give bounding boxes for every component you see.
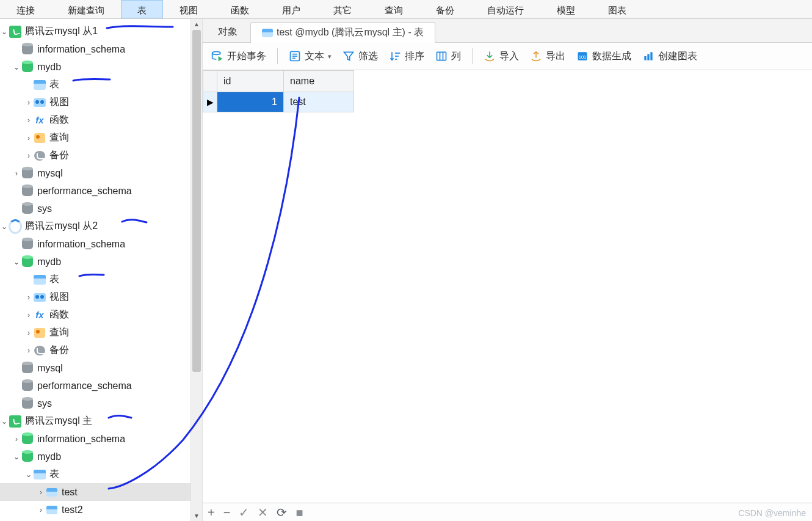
filter-button[interactable]: 筛选: [338, 48, 383, 65]
columns-button[interactable]: 列: [430, 48, 466, 65]
menu-10[interactable]: 模型: [540, 0, 592, 18]
chevron-right-icon[interactable]: ›: [24, 151, 33, 160]
tree-node[interactable]: ›mysql: [0, 164, 190, 182]
menu-4[interactable]: 函数: [214, 0, 266, 18]
tab-0[interactable]: 对象: [206, 21, 249, 42]
tree-node[interactable]: ·sys: [0, 395, 190, 412]
chevron-right-icon[interactable]: ›: [24, 116, 33, 125]
column-header-id[interactable]: id: [217, 71, 284, 92]
stop-button[interactable]: ■: [295, 506, 303, 520]
tree-node[interactable]: ⌄mydb: [0, 58, 190, 76]
row-header-corner: [203, 71, 217, 92]
datagen-button[interactable]: 101 数据生成: [571, 48, 636, 65]
menu-0[interactable]: 连接: [0, 0, 51, 18]
sidebar-scrollbar[interactable]: ▲ ▼: [190, 19, 203, 521]
tree-node[interactable]: ·performance_schema: [0, 377, 190, 395]
column-header-name[interactable]: name: [284, 71, 354, 92]
database-open-icon: [21, 450, 34, 464]
tree-node[interactable]: ›test: [0, 483, 190, 501]
cell-id[interactable]: 1: [217, 92, 284, 112]
tree-node-label: 视图: [49, 96, 69, 109]
chevron-right-icon[interactable]: ›: [24, 311, 33, 319]
refresh-button[interactable]: ⟳: [277, 505, 287, 520]
sort-icon: [389, 50, 401, 62]
menu-2[interactable]: 表: [121, 0, 163, 18]
tree-node[interactable]: ⌄腾讯云mysql 从1: [0, 23, 190, 40]
table-row[interactable]: ▶1test: [203, 92, 354, 112]
chevron-down-icon[interactable]: ⌄: [0, 222, 9, 231]
text-button[interactable]: 文本 ▾: [284, 48, 336, 65]
tree-node-label: mysql: [37, 168, 63, 179]
tree-node[interactable]: ⌄腾讯云mysql 从2: [0, 217, 190, 235]
import-button[interactable]: 导入: [479, 48, 524, 65]
sort-button[interactable]: 排序: [384, 48, 429, 65]
chevron-down-icon[interactable]: ⌄: [0, 417, 9, 426]
svg-rect-13: [644, 56, 646, 60]
tree-node[interactable]: ›fх函数: [0, 111, 190, 129]
spacer: ·: [12, 382, 21, 390]
chevron-right-icon[interactable]: ›: [37, 506, 45, 514]
tree-node[interactable]: ⌄表: [0, 465, 190, 483]
tree-node[interactable]: ⌄mydb: [0, 448, 190, 465]
chevron-right-icon[interactable]: ›: [24, 329, 33, 337]
tree-node[interactable]: ›视图: [0, 93, 190, 111]
scroll-down-icon[interactable]: ▼: [191, 511, 202, 521]
tree-node[interactable]: ·information_schema: [0, 235, 190, 253]
apply-button[interactable]: ✓: [239, 505, 249, 520]
chevron-down-icon[interactable]: ⌄: [12, 63, 21, 71]
tree-node[interactable]: ›备份: [0, 341, 190, 359]
data-grid[interactable]: id name ▶1test: [203, 70, 354, 112]
tree-node[interactable]: ›查询: [0, 324, 190, 341]
scroll-up-icon[interactable]: ▲: [191, 19, 202, 30]
tree-node[interactable]: ›fх函数: [0, 306, 190, 324]
chevron-right-icon[interactable]: ›: [24, 98, 33, 107]
tree-node[interactable]: ›视图: [0, 288, 190, 306]
menu-7[interactable]: 查询: [368, 0, 419, 18]
tree-node[interactable]: ›查询: [0, 129, 190, 147]
menu-1[interactable]: 新建查询: [51, 0, 121, 18]
menu-11[interactable]: 图表: [592, 0, 643, 18]
chevron-down-icon[interactable]: ⌄: [0, 27, 9, 36]
begin-transaction-button[interactable]: 开始事务: [206, 48, 271, 65]
chevron-right-icon[interactable]: ›: [12, 435, 21, 443]
tree-node[interactable]: ·表: [0, 76, 190, 93]
export-button[interactable]: 导出: [525, 48, 570, 65]
chevron-right-icon[interactable]: ›: [24, 134, 33, 142]
spacer: ·: [12, 399, 21, 408]
chevron-right-icon[interactable]: ›: [12, 169, 21, 178]
chevron-down-icon[interactable]: ⌄: [24, 470, 33, 479]
tree-node[interactable]: ⌄腾讯云mysql 主: [0, 412, 190, 430]
add-row-button[interactable]: +: [208, 506, 215, 520]
tree-node[interactable]: ⌄mydb: [0, 253, 190, 271]
tree-node-label: mysql: [37, 363, 63, 374]
chevron-down-icon[interactable]: ⌄: [12, 258, 21, 266]
tree-node[interactable]: ·表: [0, 271, 190, 288]
datagen-label: 数据生成: [592, 50, 631, 63]
tree-node[interactable]: ·sys: [0, 200, 190, 217]
menu-5[interactable]: 用户: [266, 0, 317, 18]
menu-8[interactable]: 备份: [419, 0, 471, 18]
chevron-right-icon[interactable]: ›: [24, 346, 33, 355]
tree-node[interactable]: ·performance_schema: [0, 182, 190, 200]
tab-1[interactable]: test @mydb (腾讯云mysql 主) - 表: [250, 22, 435, 43]
cell-name[interactable]: test: [284, 92, 354, 112]
chevron-right-icon[interactable]: ›: [24, 293, 33, 302]
tree-node[interactable]: ›备份: [0, 147, 190, 164]
chevron-right-icon[interactable]: ›: [37, 488, 45, 497]
chart-button[interactable]: 创建图表: [637, 48, 702, 65]
cancel-button[interactable]: ✕: [258, 505, 268, 520]
menu-9[interactable]: 自动运行: [471, 0, 540, 18]
menu-3[interactable]: 视图: [163, 0, 214, 18]
tree-node[interactable]: ·information_schema: [0, 40, 190, 58]
database-open-icon: [21, 432, 34, 446]
tree-node[interactable]: ›information_schema: [0, 430, 190, 448]
delete-row-button[interactable]: −: [223, 506, 231, 520]
watermark: CSDN @veminhe: [738, 508, 806, 518]
database-icon: [21, 43, 34, 56]
spacer: ·: [24, 81, 33, 89]
tree-node[interactable]: ›test2: [0, 501, 190, 519]
menu-6[interactable]: 其它: [317, 0, 368, 18]
scroll-thumb[interactable]: [192, 30, 201, 372]
tree-node[interactable]: ·mysql: [0, 359, 190, 377]
chevron-down-icon[interactable]: ⌄: [12, 453, 21, 461]
